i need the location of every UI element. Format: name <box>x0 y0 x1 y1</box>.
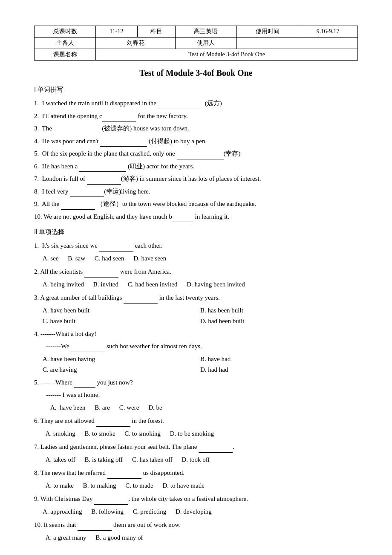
s2-q10: 10. It seems that them are out of work n… <box>34 520 358 531</box>
s2-q4-opts: A. have been having B. have had C. are h… <box>43 354 358 376</box>
q1-4: 4. He was poor and can't (付得起) to buy a … <box>34 136 358 147</box>
s2-q10-opts: A. a great many B. a good many of <box>43 532 358 543</box>
s2-q3-opts: A. have been built B. has been built C. … <box>43 305 358 327</box>
val-preparer: 刘春花 <box>96 38 175 49</box>
s2-q1: 1. It's six years since we each other. <box>34 240 358 251</box>
label-total-hours: 总课时数 <box>35 26 96 38</box>
s2-q1-opts: A. see B. saw C. had seen D. have seen <box>43 253 358 264</box>
q1-5: 5. Of the six people in the plane that c… <box>34 148 358 159</box>
s2-q2: 2. All the scientists were from America. <box>34 266 358 278</box>
q1-6: 6. He has been a (职业) actor for the year… <box>34 161 358 172</box>
s2-q6: 6. They are not allowed in the forest. <box>34 416 358 427</box>
s2-q5a: 5. -------Where you just now? <box>34 377 358 388</box>
s2-q4b: -------We such hot weather for almost te… <box>46 341 358 352</box>
q1-1: 1. I watched the train until it disappea… <box>34 98 358 109</box>
s2-q9: 9. With Christmas Day , the whole city t… <box>34 494 358 505</box>
s2-q7-opts: A. takes off B. is taking off C. has tak… <box>43 454 358 465</box>
section1-title: Ⅰ 单词拼写 <box>34 86 358 94</box>
s2-q8-opts: A. to make B. to making C. to made D. to… <box>43 480 358 491</box>
s2-q5-opts: A. have been B. are C. were D. be <box>43 402 358 413</box>
s2-q4a: 4. -------What a hot day! <box>34 329 358 340</box>
s2-q5b: ------- I was at home. <box>46 390 358 401</box>
q1-3: 3. The (被遗弃的) house was torn down. <box>34 123 358 134</box>
section2: Ⅱ 单项选择 1. It's six years since we each o… <box>34 228 358 543</box>
page-title: Test of Module 3-4of Book One <box>34 68 358 78</box>
header-table: 总课时数 11-12 科目 高三英语 使用时间 9.16-9.17 主备人 刘春… <box>34 26 358 61</box>
val-subject: 高三英语 <box>175 26 236 38</box>
label-user: 使用人 <box>175 38 236 49</box>
s2-q2-opts: A. being invited B. invited C. had been … <box>43 279 358 290</box>
q1-8: 8. I feel very (幸运)living here. <box>34 186 358 197</box>
section1: Ⅰ 单词拼写 1. I watched the train until it d… <box>34 86 358 222</box>
label-use-time: 使用时间 <box>236 26 298 38</box>
q1-7: 7. London is full of (游客) in summer sinc… <box>34 173 358 185</box>
label-topic: 课题名称 <box>35 49 96 61</box>
s2-q6-opts: A. smoking B. to smoke C. to smoking D. … <box>43 428 358 439</box>
val-total-hours: 11-12 <box>96 26 137 38</box>
s2-q9-opts: A. approaching B. following C. predictin… <box>43 506 358 517</box>
q1-9: 9. All the （途径）to the town were blocked … <box>34 199 358 210</box>
q1-2: 2. I'll attend the opening c for the new… <box>34 111 358 122</box>
val-use-time: 9.16-9.17 <box>298 26 358 38</box>
val-user <box>236 38 357 49</box>
s2-q7: 7. Ladies and gentlemen, please fasten y… <box>34 442 358 453</box>
s2-q8: 8. The news that he referred us disappoi… <box>34 468 358 479</box>
section2-title: Ⅱ 单项选择 <box>34 228 358 236</box>
label-subject: 科目 <box>137 26 175 38</box>
q1-10: 10. We are not good at English, and they… <box>34 211 358 223</box>
s2-q3: 3. A great number of tall buildings in t… <box>34 292 358 304</box>
label-preparer: 主备人 <box>35 38 96 49</box>
val-topic: Test of Module 3-4of Book One <box>96 49 358 61</box>
